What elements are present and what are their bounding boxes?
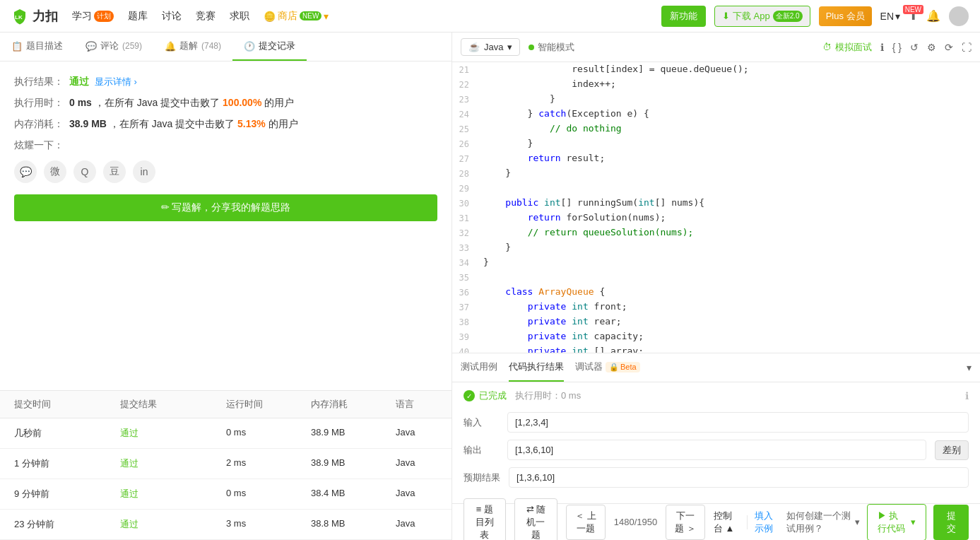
- result-time-row: 执行用时： 0 ms ，在所有 Java 提交中击败了 100.00% 的用户: [14, 97, 437, 110]
- result-panel: 执行结果： 通过 显示详情 › 执行用时： 0 ms ，在所有 Java 提交中…: [0, 61, 451, 390]
- tab-exec-result[interactable]: 代码执行结果: [509, 353, 564, 382]
- download-icon: ⬇: [722, 11, 730, 21]
- tab-testcase[interactable]: 测试用例: [461, 353, 497, 382]
- logo-text: 力扣: [33, 8, 58, 25]
- test-result-bar: ✓ 已完成 执行用时：0 ms ℹ: [452, 382, 980, 409]
- nav-problems[interactable]: 题库: [128, 10, 148, 23]
- plus-button[interactable]: Plus 会员: [819, 6, 872, 26]
- learn-badge: 计划: [94, 11, 114, 22]
- logo[interactable]: LK 力扣: [11, 8, 58, 25]
- code-line-22: 22 index++;: [452, 77, 980, 92]
- left-panel: 📋 题目描述 💬 评论 (259) 🔔 题解 (748) 🕐 提交记录 执行结果…: [0, 33, 452, 540]
- detail-link[interactable]: 显示详情 ›: [95, 76, 137, 88]
- table-row: 9 分钟前 通过 0 ms 38.4 MB Java: [0, 479, 451, 510]
- code-line-25: 25 // do nothing: [452, 122, 980, 136]
- nav-learn[interactable]: 学习 计划: [72, 10, 114, 23]
- tab-description[interactable]: 📋 题目描述: [0, 33, 74, 61]
- share-row: 炫耀一下：: [14, 139, 437, 152]
- lang-selector[interactable]: ☕ Java ▾: [461, 38, 520, 56]
- write-solution-button[interactable]: ✏ 写题解，分享我的解题思路: [14, 194, 437, 221]
- table-row: 23 分钟前 通过 3 ms 38.8 MB Java: [0, 510, 451, 540]
- code-line-31: 31 return forSolution(nums);: [452, 211, 980, 225]
- nav-discuss[interactable]: 讨论: [162, 10, 182, 23]
- share-icons: 💬 微 Q 豆 in: [14, 160, 437, 183]
- xingong-button[interactable]: 新功能: [661, 6, 706, 27]
- next-problem-button[interactable]: 下一题 ＞: [666, 505, 705, 540]
- submit-button[interactable]: 提交: [933, 505, 969, 540]
- random-problem-button[interactable]: ⇄ 随机一题: [514, 498, 557, 541]
- code-line-38: 38 private int rear;: [452, 315, 980, 329]
- expected-row: 预期结果 [1,3,6,10]: [464, 467, 969, 488]
- code-format-icon[interactable]: { }: [892, 42, 902, 53]
- simulate-button[interactable]: ⏱ 模拟面试: [822, 41, 872, 54]
- diff-button[interactable]: 差别: [935, 440, 969, 460]
- lang-selector[interactable]: EN ▾: [880, 11, 900, 22]
- code-line-24: 24 } catch(Exception e) {: [452, 107, 980, 122]
- console-button[interactable]: 控制台 ▲: [714, 510, 740, 535]
- test-complete-status: ✓ 已完成: [464, 389, 507, 402]
- test-io-section: 输入 [1,2,3,4] 输出 [1,3,6,10] 差别 预期结果 [1,3,…: [452, 409, 980, 503]
- collapse-button[interactable]: ▾: [967, 362, 972, 373]
- code-line-39: 39 private int capacity;: [452, 329, 980, 344]
- tab-comments[interactable]: 💬 评论 (259): [74, 33, 153, 61]
- table-header: 提交时间 提交结果 运行时间 内存消耗 语言: [0, 391, 451, 418]
- code-line-30: 30 public int[] runningSum(int[] nums){: [452, 196, 980, 211]
- code-line-23: 23 }: [452, 92, 980, 107]
- refresh-icon[interactable]: ⟳: [945, 42, 953, 53]
- fill-example-button[interactable]: 填入示例: [755, 510, 779, 535]
- run-code-button[interactable]: ▶ 执行代码 ▾: [867, 504, 927, 541]
- result-pass-3[interactable]: 通过: [120, 518, 226, 531]
- upload-icon[interactable]: ⬆ NEW: [909, 9, 918, 23]
- tab-debugger[interactable]: 调试器 🔒 Beta: [575, 353, 640, 382]
- code-editor[interactable]: 21 result[index] = queue.deQueue(); 22 i…: [452, 62, 980, 353]
- download-button[interactable]: ⬇ 下载 App 全新2.0: [714, 6, 810, 27]
- result-pass-1[interactable]: 通过: [120, 457, 226, 470]
- how-test-button[interactable]: 如何创建一个测试用例？ ▾: [786, 510, 860, 535]
- bell-icon[interactable]: 🔔: [926, 9, 940, 23]
- wechat-icon[interactable]: 💬: [14, 160, 37, 183]
- test-panel: 测试用例 代码执行结果 调试器 🔒 Beta ▾ ✓ 已完成: [452, 353, 980, 503]
- submissions-table: 提交时间 提交结果 运行时间 内存消耗 语言 几秒前 通过 0 ms 38.9 …: [0, 390, 451, 540]
- result-status-row: 执行结果： 通过 显示详情 ›: [14, 76, 437, 88]
- nav-shop[interactable]: 🪙 商店 NEW ▾: [264, 10, 329, 23]
- code-toolbar: ☕ Java ▾ 智能模式 ⏱ 模拟面试 ℹ { } ↺ ⚙ ⟳ ⛶: [452, 33, 980, 62]
- nav-contest[interactable]: 竞赛: [196, 10, 216, 23]
- page-info: 1480/1950: [614, 517, 657, 527]
- tab-solutions[interactable]: 🔔 题解 (748): [153, 33, 232, 61]
- avatar[interactable]: [949, 6, 969, 26]
- result-mem-row: 内存消耗： 38.9 MB ，在所有 Java 提交中击败了 5.13% 的用户: [14, 118, 437, 131]
- tab-submissions[interactable]: 🕐 提交记录: [232, 33, 307, 61]
- tabs-bar: 📋 题目描述 💬 评论 (259) 🔔 题解 (748) 🕐 提交记录: [0, 33, 451, 61]
- info-icon[interactable]: ℹ: [880, 42, 884, 53]
- nav-jobs[interactable]: 求职: [230, 10, 249, 23]
- result-pass-0[interactable]: 通过: [120, 427, 226, 440]
- check-icon: ✓: [464, 390, 475, 401]
- undo-icon[interactable]: ↺: [910, 42, 919, 53]
- linkedin-icon[interactable]: in: [133, 160, 155, 183]
- bottom-bar: ≡ 题目列表 ⇄ 随机一题 ＜ 上一题 1480/1950 下一题 ＞ 控制台 …: [452, 503, 980, 540]
- code-line-33: 33 }: [452, 240, 980, 255]
- table-row: 几秒前 通过 0 ms 38.9 MB Java: [0, 418, 451, 449]
- main-layout: 📋 题目描述 💬 评论 (259) 🔔 题解 (748) 🕐 提交记录 执行结果…: [0, 33, 980, 540]
- code-line-37: 37 private int front;: [452, 300, 980, 315]
- weibo-icon[interactable]: 微: [44, 160, 66, 183]
- bottom-left: ≡ 题目列表 ⇄ 随机一题 ＜ 上一题 1480/1950 下一题 ＞: [464, 498, 705, 541]
- smart-dot: [529, 45, 534, 50]
- shop-badge: NEW: [300, 11, 321, 20]
- settings-icon[interactable]: ⚙: [927, 42, 936, 53]
- qq-icon[interactable]: Q: [73, 160, 96, 183]
- code-line-21: 21 result[index] = queue.deQueue();: [452, 62, 980, 77]
- problem-list-button[interactable]: ≡ 题目列表: [464, 498, 506, 541]
- table-row: 1 分钟前 通过 2 ms 38.9 MB Java: [0, 449, 451, 479]
- navbar-right: 新功能 ⬇ 下载 App 全新2.0 Plus 会员 EN ▾ ⬆ NEW 🔔: [661, 6, 969, 27]
- code-line-35: 35: [452, 270, 980, 285]
- code-line-34: 34 }: [452, 255, 980, 270]
- prev-problem-button[interactable]: ＜ 上一题: [566, 505, 606, 540]
- result-pass-2[interactable]: 通过: [120, 488, 226, 500]
- navbar: LK 力扣 学习 计划 题库 讨论 竞赛 求职 🪙 商店 NEW ▾ 新功能 ⬇…: [0, 0, 980, 33]
- fullscreen-icon[interactable]: ⛶: [962, 42, 972, 53]
- beta-badge: 🔒 Beta: [606, 362, 640, 372]
- test-info-icon[interactable]: ℹ: [965, 390, 969, 401]
- douban-icon[interactable]: 豆: [103, 160, 126, 183]
- code-line-28: 28 }: [452, 166, 980, 181]
